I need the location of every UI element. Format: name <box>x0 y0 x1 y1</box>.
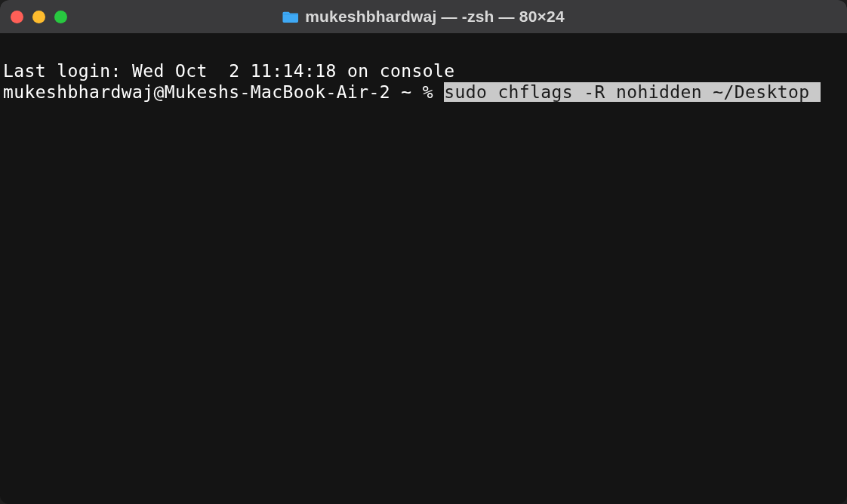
last-login-line: Last login: Wed Oct 2 11:14:18 on consol… <box>3 60 844 81</box>
close-icon[interactable] <box>11 11 23 23</box>
window-title: mukeshbhardwaj — -zsh — 80×24 <box>305 8 565 26</box>
folder-icon <box>282 10 299 23</box>
window-titlebar: mukeshbhardwaj — -zsh — 80×24 <box>0 0 847 33</box>
window-title-wrap: mukeshbhardwaj — -zsh — 80×24 <box>282 8 565 26</box>
terminal-viewport[interactable]: Last login: Wed Oct 2 11:14:18 on consol… <box>0 33 847 504</box>
command-input-selected[interactable]: sudo chflags -R nohidden ~/Desktop <box>444 82 809 102</box>
prompt-line: mukeshbhardwaj@Mukeshs-MacBook-Air-2 ~ %… <box>3 81 844 103</box>
zoom-icon[interactable] <box>54 11 67 23</box>
cursor-icon <box>810 82 821 102</box>
shell-prompt: mukeshbhardwaj@Mukeshs-MacBook-Air-2 ~ % <box>3 82 444 102</box>
window-controls <box>11 11 67 23</box>
minimize-icon[interactable] <box>32 11 45 23</box>
